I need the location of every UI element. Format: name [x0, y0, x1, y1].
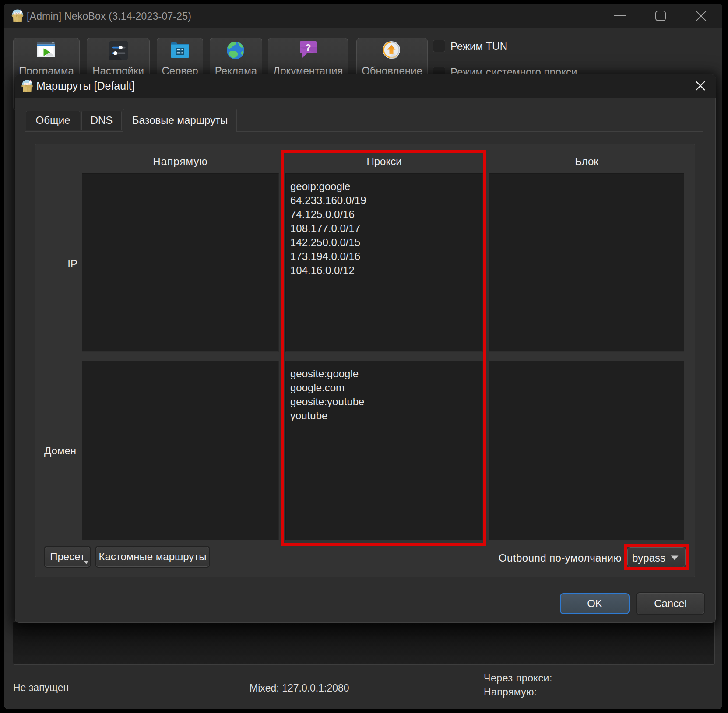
- svg-text:?: ?: [305, 42, 311, 53]
